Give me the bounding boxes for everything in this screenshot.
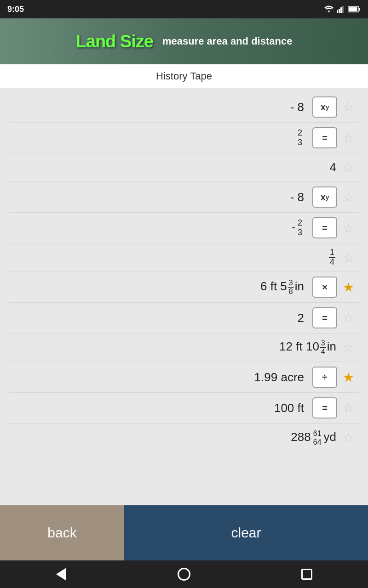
table-row: 288 61 64 yd ☆ bbox=[9, 424, 359, 452]
svg-rect-1 bbox=[339, 9, 340, 13]
row-value: 288 61 64 yd bbox=[291, 430, 336, 446]
op-button-equals[interactable]: = bbox=[312, 127, 337, 148]
fraction-display: 3 4 bbox=[320, 339, 326, 356]
status-bar: 9:05 bbox=[0, 0, 368, 18]
ad-tagline: measure area and distance bbox=[162, 35, 292, 48]
status-time: 9:05 bbox=[7, 5, 24, 14]
star-icon[interactable]: ☆ bbox=[343, 340, 354, 355]
svg-rect-3 bbox=[342, 6, 344, 13]
star-icon[interactable]: ☆ bbox=[343, 311, 354, 326]
fraction-display: 2 3 bbox=[297, 129, 303, 147]
table-row: - 8 xy ☆ bbox=[9, 92, 359, 123]
fraction-display: 1 4 bbox=[329, 248, 335, 267]
signal-icon bbox=[337, 6, 345, 13]
table-row: 1.99 acre ÷ ★ bbox=[9, 362, 359, 393]
svg-rect-5 bbox=[359, 8, 360, 11]
nav-back-button[interactable] bbox=[50, 565, 73, 583]
svg-rect-6 bbox=[349, 7, 357, 11]
op-button-equals[interactable]: = bbox=[312, 217, 337, 238]
ad-brand-name: Land Size bbox=[76, 32, 153, 51]
table-row: - 2 3 = ☆ bbox=[9, 213, 359, 243]
clear-button[interactable]: clear bbox=[124, 505, 368, 560]
row-value: 6 ft 5 3 8 in bbox=[260, 279, 304, 295]
table-row: 2 3 = ☆ bbox=[9, 123, 359, 153]
row-value: 4 bbox=[330, 160, 336, 175]
table-row: 4 ☆ bbox=[9, 153, 359, 182]
row-value: 12 ft 10 3 4 in bbox=[279, 339, 336, 356]
fraction-display: 3 8 bbox=[288, 279, 294, 295]
star-icon[interactable]: ☆ bbox=[343, 160, 354, 175]
star-icon-active[interactable]: ★ bbox=[343, 370, 354, 385]
op-button-equals[interactable]: = bbox=[312, 307, 337, 328]
star-icon[interactable]: ☆ bbox=[343, 430, 354, 446]
wifi-icon bbox=[324, 6, 334, 13]
fraction-display: 61 64 bbox=[312, 430, 322, 446]
table-row: 12 ft 10 3 4 in ☆ bbox=[9, 334, 359, 362]
star-icon[interactable]: ☆ bbox=[343, 130, 354, 146]
row-value: - 8 bbox=[290, 100, 304, 114]
nav-recents-button[interactable] bbox=[295, 565, 318, 583]
row-value: 2 bbox=[298, 311, 304, 325]
row-value: 100 ft bbox=[274, 401, 304, 415]
op-button-multiply[interactable]: × bbox=[312, 277, 337, 298]
table-row: 100 ft = ☆ bbox=[9, 393, 359, 424]
svg-rect-2 bbox=[340, 7, 342, 13]
table-row: - 8 xy ☆ bbox=[9, 182, 359, 213]
battery-icon bbox=[348, 6, 361, 13]
star-icon[interactable]: ☆ bbox=[343, 220, 354, 236]
table-row: 2 = ☆ bbox=[9, 303, 359, 334]
op-button-equals[interactable]: = bbox=[312, 397, 337, 418]
op-button-xy[interactable]: xy bbox=[312, 96, 337, 118]
fraction-display: 2 3 bbox=[297, 219, 303, 237]
row-value: 1 4 bbox=[328, 248, 336, 267]
table-row: 1 4 ☆ bbox=[9, 243, 359, 272]
star-icon[interactable]: ☆ bbox=[343, 250, 354, 265]
row-value: - 8 bbox=[290, 190, 304, 204]
nav-recents-icon bbox=[301, 569, 312, 580]
row-value: 2 3 bbox=[296, 129, 304, 147]
star-icon[interactable]: ☆ bbox=[343, 190, 354, 205]
op-button-divide[interactable]: ÷ bbox=[312, 367, 337, 388]
row-value: 1.99 acre bbox=[254, 370, 304, 384]
back-button[interactable]: back bbox=[0, 505, 124, 560]
page-title: History Tape bbox=[0, 64, 368, 88]
bottom-buttons: back clear bbox=[0, 505, 368, 560]
star-icon[interactable]: ☆ bbox=[343, 401, 354, 416]
svg-rect-0 bbox=[337, 10, 338, 13]
history-content: - 8 xy ☆ 2 3 = ☆ 4 ☆ - 8 xy ☆ bbox=[0, 88, 368, 505]
nav-back-arrow-icon bbox=[56, 568, 66, 581]
nav-home-icon bbox=[178, 568, 190, 581]
row-value: - 2 3 bbox=[292, 219, 304, 237]
star-icon-active[interactable]: ★ bbox=[343, 280, 354, 295]
history-rows: - 8 xy ☆ 2 3 = ☆ 4 ☆ - 8 xy ☆ bbox=[0, 88, 368, 456]
table-row: 6 ft 5 3 8 in × ★ bbox=[9, 272, 359, 303]
nav-bar bbox=[0, 560, 368, 588]
ad-banner[interactable]: Land Size measure area and distance bbox=[0, 18, 368, 64]
status-icons bbox=[324, 6, 361, 13]
op-button-xy[interactable]: xy bbox=[312, 187, 337, 208]
nav-home-button[interactable] bbox=[172, 565, 196, 583]
star-icon[interactable]: ☆ bbox=[343, 100, 354, 115]
